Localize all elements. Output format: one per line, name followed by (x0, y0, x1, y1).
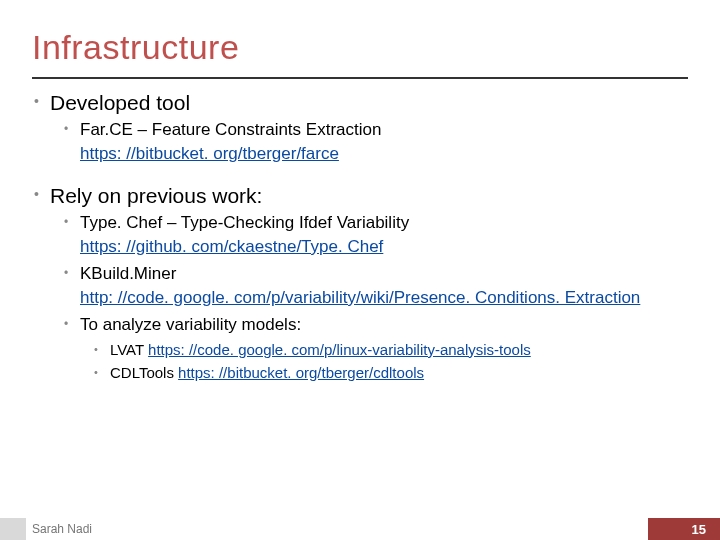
bullet-farce: Far.CE – Feature Constraints Extraction … (32, 119, 688, 166)
slide-title: Infrastructure (32, 28, 688, 67)
title-rule (32, 77, 688, 79)
lvat-link[interactable]: https: //code. google. com/p/linux-varia… (148, 341, 531, 358)
bullet-developed-tool: Developed tool (32, 91, 688, 115)
bullet-kbuildminer: KBuild.Miner http: //code. google. com/p… (32, 263, 688, 310)
analyze-models-text: To analyze variability models: (80, 315, 301, 334)
footer-accent-right (648, 518, 720, 540)
slide: Infrastructure Developed tool Far.CE – F… (0, 0, 720, 540)
farce-link[interactable]: https: //bitbucket. org/tberger/farce (80, 143, 688, 166)
footer: Sarah Nadi 15 (0, 514, 720, 540)
page-number: 15 (692, 522, 706, 537)
footer-author: Sarah Nadi (32, 522, 92, 536)
bullet-cdltools: CDLTools https: //bitbucket. org/tberger… (32, 363, 688, 383)
bullet-analyze-models: To analyze variability models: (32, 314, 688, 337)
kbuildminer-text: KBuild.Miner (80, 264, 176, 283)
bullet-rely-previous: Rely on previous work: (32, 184, 688, 208)
farce-text: Far.CE – Feature Constraints Extraction (80, 120, 381, 139)
cdltools-link[interactable]: https: //bitbucket. org/tberger/cdltools (178, 364, 424, 381)
lvat-label: LVAT (110, 341, 148, 358)
bullet-typechef: Type. Chef – Type-Checking Ifdef Variabi… (32, 212, 688, 259)
typechef-text: Type. Chef – Type-Checking Ifdef Variabi… (80, 213, 409, 232)
typechef-link[interactable]: https: //github. com/ckaestne/Type. Chef (80, 236, 688, 259)
bullet-lvat: LVAT https: //code. google. com/p/linux-… (32, 340, 688, 360)
kbuildminer-link[interactable]: http: //code. google. com/p/variability/… (80, 287, 688, 310)
cdltools-label: CDLTools (110, 364, 178, 381)
footer-accent-left (0, 518, 26, 540)
